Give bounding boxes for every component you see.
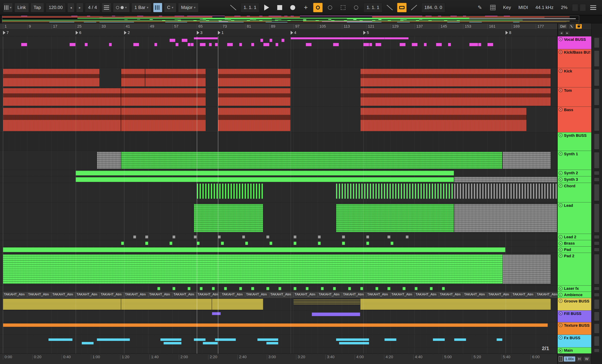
clip[interactable]: TAKAHT_Atm (100, 292, 124, 298)
clip[interactable] (109, 43, 112, 46)
track-fold-icon[interactable]: ▾ (559, 323, 563, 327)
punch-in-button[interactable] (384, 3, 395, 12)
clip[interactable] (218, 69, 290, 86)
clip[interactable] (348, 287, 351, 290)
prev-arrow-button[interactable]: ◂ (559, 31, 564, 35)
scale-mode-icon[interactable] (153, 3, 162, 12)
automation-mode-button[interactable] (350, 3, 362, 12)
clip[interactable] (342, 235, 345, 239)
clip[interactable] (415, 287, 418, 290)
clip[interactable] (433, 338, 445, 341)
track-meter[interactable] (594, 89, 599, 105)
record-button[interactable] (287, 3, 298, 12)
clip[interactable] (360, 287, 363, 290)
clip[interactable] (251, 287, 254, 290)
clip[interactable] (76, 171, 454, 176)
clip[interactable] (469, 43, 478, 46)
clip[interactable]: TAKAHT_Atm (76, 292, 100, 298)
clip[interactable] (212, 299, 263, 310)
clip[interactable] (245, 242, 248, 245)
clip[interactable]: TAKAHT_Atm (318, 292, 342, 298)
clip[interactable] (218, 88, 290, 106)
track-meter[interactable] (594, 235, 599, 239)
clip[interactable]: TAKAHT_Atm (124, 292, 148, 298)
loop-length-field[interactable]: 184. 0. 0 (421, 3, 445, 12)
follow-icon[interactable] (228, 3, 239, 12)
track-meter[interactable] (594, 293, 599, 297)
clip[interactable]: TAKAHT_Atm (245, 292, 269, 298)
nudge-down-button[interactable]: ◂ (67, 3, 75, 12)
track-meter[interactable] (594, 152, 599, 168)
track-meter[interactable] (594, 108, 599, 131)
track-fold-icon[interactable]: ▾ (559, 37, 563, 41)
lane-synth-3[interactable] (0, 176, 557, 183)
draw-pencil-button[interactable]: ✎ (474, 3, 485, 12)
track-header-fx-buss[interactable]: ▾Fx BUSS (558, 335, 591, 347)
clip[interactable] (478, 43, 481, 46)
clip[interactable] (194, 338, 206, 341)
clip[interactable] (3, 247, 505, 252)
clip[interactable]: TAKAHT_Atm (269, 292, 294, 298)
track-meter[interactable] (594, 248, 599, 251)
track-fold-icon[interactable]: ▸ (559, 248, 563, 252)
track-fold-icon[interactable]: ▾ (559, 203, 563, 207)
clip[interactable] (336, 338, 369, 341)
track-header-texture-buss[interactable]: ▾Texture BUSS (558, 322, 591, 335)
clip[interactable] (294, 287, 296, 290)
track-header-pad[interactable]: ▸Pad (558, 247, 591, 253)
clip[interactable] (318, 242, 321, 245)
root-note-menu[interactable]: C▾ (164, 3, 176, 12)
browser-toggle-icon[interactable]: ▾ (3, 3, 13, 12)
clip[interactable] (188, 43, 191, 46)
clip[interactable] (281, 39, 284, 42)
zoom-width-button[interactable]: W (583, 356, 590, 362)
clip[interactable] (336, 184, 454, 199)
track-meter[interactable] (594, 254, 599, 284)
locator-flag[interactable]: 5 (363, 31, 369, 35)
clip[interactable] (163, 342, 182, 345)
clip[interactable]: TAKAHT_Atm (148, 292, 172, 298)
track-header-chord[interactable]: ▾Chord (558, 183, 591, 202)
track-fold-icon[interactable]: ▸ (559, 235, 563, 239)
next-arrow-button[interactable]: ▸ (565, 31, 570, 35)
lane-kick[interactable] (0, 68, 557, 87)
clip[interactable] (121, 242, 124, 245)
clip[interactable] (212, 287, 215, 290)
locator-flag[interactable]: 4 (290, 31, 296, 35)
quantize-menu[interactable]: 1 Bar▾ (131, 3, 151, 12)
clip[interactable] (3, 69, 100, 86)
locator-row[interactable]: 76231458 (0, 30, 557, 36)
clip[interactable] (266, 287, 269, 290)
clip[interactable]: TAKAHT_Atm (512, 292, 536, 298)
lane-fill-buss[interactable] (0, 311, 557, 322)
clip[interactable] (133, 43, 139, 46)
track-meter[interactable] (594, 349, 599, 352)
lane-synth-1[interactable] (0, 151, 557, 170)
arrangement-overview[interactable] (0, 15, 602, 23)
track-meter[interactable] (594, 312, 599, 321)
clip[interactable] (188, 287, 191, 290)
clip[interactable] (145, 235, 148, 239)
track-meter[interactable] (594, 204, 599, 232)
midi-map-button[interactable]: MIDI (516, 3, 531, 12)
draw-mode-button[interactable] (337, 3, 349, 12)
key-map-button[interactable]: Key (500, 3, 514, 12)
clip[interactable]: TAKAHT_Atm (487, 292, 512, 298)
clip[interactable] (339, 342, 369, 345)
clip[interactable] (194, 37, 218, 39)
track-fold-icon[interactable]: ▾ (559, 299, 563, 303)
clip[interactable] (487, 43, 493, 46)
track-meter[interactable] (594, 38, 599, 48)
track-fold-icon[interactable]: ▸ (559, 177, 563, 181)
track-meter[interactable] (594, 299, 599, 309)
clip[interactable] (133, 235, 136, 239)
track-fold-icon[interactable]: ▾ (559, 88, 563, 92)
track-meter[interactable] (594, 184, 599, 201)
clip[interactable] (175, 43, 178, 46)
loop-start-field[interactable]: 1. 1. 1 (364, 3, 382, 12)
zoom-height-button[interactable]: H (576, 356, 582, 362)
clip[interactable] (224, 287, 227, 290)
clip[interactable] (3, 323, 548, 327)
clip[interactable] (496, 338, 502, 341)
delete-button[interactable]: Del (558, 24, 568, 29)
